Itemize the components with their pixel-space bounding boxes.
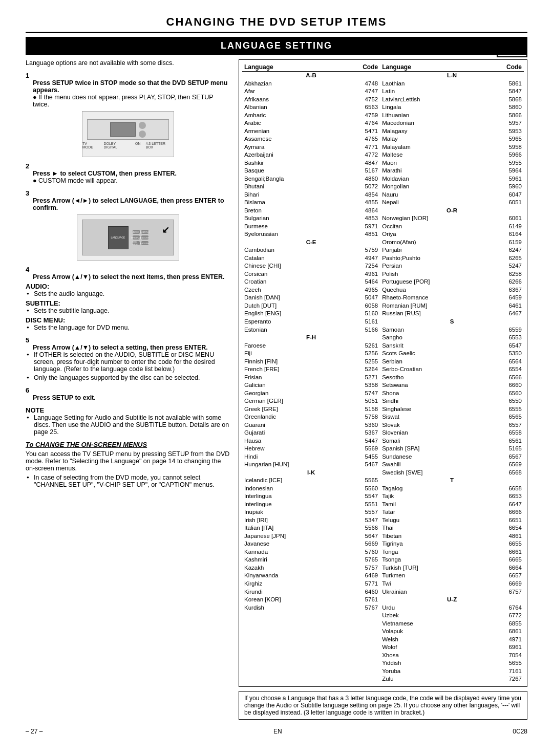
left-column: Language options are not available with …: [26, 59, 230, 720]
disc-menu-label: DISC MENU:: [26, 316, 230, 324]
intro-text: Language options are not available with …: [26, 59, 230, 67]
lang-code-left: 5264: [341, 365, 380, 374]
lang-name-left: Arabic: [242, 119, 341, 127]
lang-name-right: Serbo-Croatian: [380, 365, 484, 374]
lang-name-left: Abkhazian: [242, 80, 341, 88]
lang-name-left: Burmese: [242, 223, 341, 231]
lang-name-right: Pashto;Pushto: [380, 254, 484, 263]
lang-name-right: Wolof: [380, 643, 484, 652]
lang-name-right: Tamil: [380, 501, 484, 509]
section-header-right: L-N: [380, 72, 524, 80]
lang-name-right: Thai: [380, 524, 484, 532]
lang-code-left: 4748: [341, 80, 380, 88]
lang-name-left: Bulgarian: [242, 214, 341, 223]
lang-name-right: Russian [RUS]: [380, 310, 484, 318]
lang-code-left: 5565: [341, 477, 380, 485]
lang-name-right: Samoan: [380, 326, 484, 334]
footer-page-num: – 27 –: [26, 728, 42, 735]
lang-name-right: Somali: [380, 437, 484, 445]
lang-code-right: 5966: [484, 151, 524, 159]
lang-name-left: Amharic: [242, 112, 341, 120]
lang-code-right: 5960: [484, 183, 524, 191]
lang-name-right: Sangho: [380, 334, 484, 342]
lang-code-left: 5166: [341, 326, 380, 334]
lang-name-right: Uzbek: [380, 612, 484, 620]
lang-name-right: Slovenian: [380, 429, 484, 437]
lang-code-left: 5767: [341, 604, 380, 612]
on-screen-bullet-1: In case of selecting from the DVD mode, …: [26, 474, 230, 488]
lang-name-right: Maltese: [380, 151, 484, 159]
lang-name-right: Malayalam: [380, 143, 484, 152]
lang-name-right: Tigrinya: [380, 540, 484, 548]
lang-code-right: 6061: [484, 214, 524, 223]
lang-code-left: 5760: [341, 548, 380, 556]
btn-english: ENGLISH: [141, 235, 148, 240]
lang-code-left: 5547: [341, 492, 380, 501]
step-2-main: Press ► to select CUSTOM, then press ENT…: [33, 170, 230, 177]
lang-code-left: 5560: [341, 485, 380, 493]
lang-name-left: Assamese: [242, 135, 341, 143]
lang-name-left: Kurdish: [242, 604, 341, 612]
step-5-num: 5: [26, 336, 29, 344]
lang-name-right: Latvian;Lettish: [380, 96, 484, 104]
step-1-num: 1: [26, 72, 29, 79]
lang-code-right: 5655: [484, 659, 524, 667]
arrow-annotation: ↙: [162, 224, 169, 235]
lang-code-right: 6557: [484, 421, 524, 429]
step-2-num: 2: [26, 162, 29, 170]
lang-name-right: Swahili: [380, 461, 484, 469]
lang-code-left: 5971: [341, 223, 380, 231]
lang-code-left: 5072: [341, 183, 380, 191]
device-labels-1: TV MODE DOLBY DIGITAL ON 4:3 LETTER BOX: [82, 142, 174, 149]
col-lang-left: Language: [242, 63, 341, 72]
lang-code-right: 5165: [484, 445, 524, 453]
lang-name-right: Portuguese [POR]: [380, 278, 484, 286]
lang-name-left: Korean [KOR]: [242, 596, 341, 604]
lang-name-left: Japanese [JPN]: [242, 532, 341, 541]
section-header-right: U-Z: [380, 596, 524, 604]
lang-code-right: 6658: [484, 485, 524, 493]
lang-code-left: 5669: [341, 540, 380, 548]
lang-code-right: 6559: [484, 326, 524, 334]
lang-code-right: 6653: [484, 492, 524, 501]
lang-code-right: 5958: [484, 143, 524, 152]
lang-name-left: Interlingue: [242, 501, 341, 509]
lang-name-left: Azerbaijani: [242, 151, 341, 159]
section-header-left: C-E: [242, 239, 380, 247]
lang-name-right: Shona: [380, 390, 484, 398]
lang-name-right: Singhalese: [380, 405, 484, 414]
step-4: 4 Press Arrow (▲/▼) to select the next i…: [26, 266, 230, 331]
section-header-left: I-K: [242, 469, 380, 477]
lang-code-right: 6159: [484, 239, 524, 247]
lang-code-right: 6561: [484, 437, 524, 445]
label-letterbox: 4:3 LETTER BOX: [146, 142, 174, 149]
lang-name-left: Byelorussian: [242, 230, 341, 239]
lang-code-right: 6654: [484, 524, 524, 532]
lang-code-left: 5569: [341, 445, 380, 453]
lang-name-right: Oriya: [380, 230, 484, 239]
lang-code-right: 6568: [484, 469, 524, 477]
lang-code-right: 6047: [484, 191, 524, 199]
dvd-badge: DVD-V: [497, 46, 527, 57]
step-1-sub: ● If the menu does not appear, press PLA…: [33, 94, 230, 108]
lang-name-right: Serbian: [380, 358, 484, 366]
lang-code-left: 5761: [341, 596, 380, 604]
lang-name-left: Esperanto: [242, 318, 341, 326]
lang-code-left: 4860: [341, 175, 380, 183]
lang-code-left: 4771: [341, 143, 380, 152]
lang-code-left: 4854: [341, 191, 380, 199]
lang-name-right: Tatar: [380, 508, 484, 516]
lang-name-right: Swedish [SWE]: [380, 469, 484, 477]
footer-lang-code: EN: [273, 728, 282, 735]
lang-name-left: Afrikaans: [242, 96, 341, 104]
step-5-bullet-2: Only the languages supported by the disc…: [26, 374, 230, 381]
lang-code-right: 6564: [484, 358, 524, 366]
lang-code-left: 5347: [341, 516, 380, 525]
lang-code-right: 5955: [484, 159, 524, 167]
lang-code-left: 5160: [341, 310, 380, 318]
step-6: 6 Press SETUP to exit.: [26, 386, 230, 401]
lang-code-left: 5051: [341, 397, 380, 405]
col-code-left: Code: [341, 63, 380, 72]
lang-name-right: Ukrainian: [380, 588, 484, 596]
disc-menu-bullet: Sets the language for DVD menu.: [26, 324, 230, 331]
